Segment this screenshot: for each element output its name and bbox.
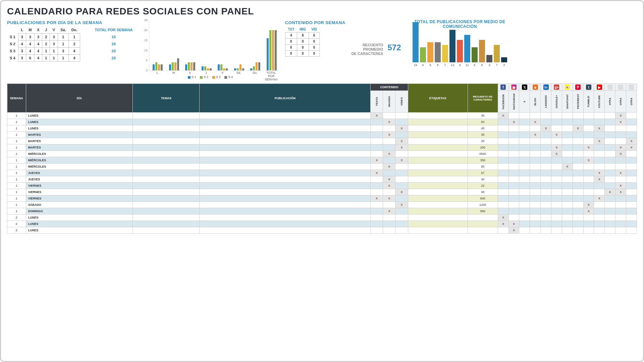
pub-title: PUBLICACIONES POR DÍA DE LA SEMANA (7, 20, 136, 25)
weekly-chart: 0510152025 LMXJVSá.Do.TOTAL POR SEMANA S… (142, 20, 279, 79)
publications-panel: PUBLICACIONES POR DÍA DE LA SEMANA LMXJV… (7, 20, 136, 62)
content-table: TXTIMGVID486000000000 (285, 26, 320, 57)
avg-lbl3: DE CARACTERES (352, 52, 383, 56)
cont-title: CONTENIDO POR SEMANA (285, 20, 345, 25)
avg-lbl1: RECUENTO (352, 43, 383, 47)
content-panel: CONTENIDO POR SEMANA TXTIMGVID4860000000… (285, 20, 345, 57)
publications-table: LMXJVSá.Do.TOTAL POR SEMANAS 1333231116S… (7, 26, 136, 62)
avg-value: 572 (387, 43, 401, 52)
page-title: CALENDARIO PARA REDES SOCIALES CON PANEL (7, 6, 637, 17)
avg-panel: RECUENTO PROMEDIO DE CARACTERES 572 (352, 43, 401, 56)
main-table: SEMANADÍATEMASPUBLICACIÓNCONTENIDOETIQUE… (7, 83, 637, 234)
channel-chart: TOTAL DE PUBLICACIONES POR MEDIO DE COMU… (407, 20, 513, 79)
avg-lbl2: PROMEDIO (352, 47, 383, 52)
